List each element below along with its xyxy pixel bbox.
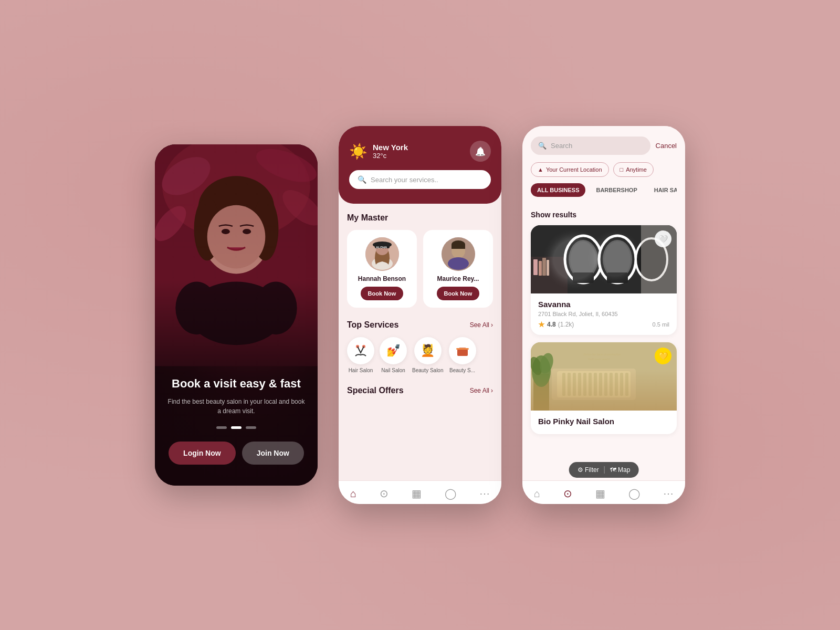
- svg-rect-49: [552, 369, 636, 400]
- search-input-text: Search: [551, 142, 572, 150]
- dot-1: [216, 426, 227, 429]
- phone-main: ☀️ New York 32°c 🔍 Search your services.…: [339, 126, 501, 504]
- star-icon: ★: [538, 320, 545, 329]
- book-now-maurice[interactable]: Book Now: [437, 287, 480, 300]
- result-card-savanna[interactable]: 🤍 Savanna 2701 Black Rd, Joliet, Il, 604…: [531, 225, 677, 335]
- filter-icon: ⚙: [578, 466, 583, 474]
- time-filter[interactable]: □ Anytime: [613, 162, 654, 177]
- avatar-hannah: ALOHA: [365, 237, 399, 271]
- nav-more[interactable]: ⋯: [479, 487, 490, 500]
- savanna-info: Savanna 2701 Black Rd, Joliet, Il, 60435…: [531, 293, 677, 335]
- savanna-name: Savanna: [538, 300, 669, 309]
- svg-rect-60: [610, 373, 613, 396]
- masters-row: ALOHA Hannah Benson Book Now: [347, 230, 493, 308]
- svg-rect-26: [452, 245, 465, 249]
- svg-rect-54: [578, 373, 581, 396]
- svg-rect-64: [533, 374, 549, 411]
- welcome-subtitle: Find the best beauty salon in your local…: [167, 397, 305, 416]
- svg-rect-62: [620, 373, 623, 396]
- search-nav-search[interactable]: ⊙: [563, 487, 572, 500]
- tab-all-business[interactable]: ALL BUSINESS: [531, 183, 585, 197]
- dot-3: [246, 426, 256, 429]
- nav-calendar[interactable]: ▦: [412, 487, 422, 500]
- svg-rect-35: [539, 261, 542, 276]
- svg-rect-34: [533, 259, 538, 275]
- pinky-info: Bio Pinky Nail Salon: [531, 411, 677, 434]
- svg-rect-46: [607, 272, 628, 283]
- services-see-all[interactable]: See All ›: [470, 321, 493, 329]
- city-name: New York: [373, 143, 408, 152]
- service-beauty-salon[interactable]: 💆 Beauty Salon: [412, 337, 444, 373]
- savanna-rating: ★ 4.8 (1.2k): [538, 320, 574, 329]
- join-button[interactable]: Join Now: [242, 442, 304, 465]
- filter-toggle[interactable]: ⚙ Filter: [578, 466, 599, 474]
- svg-rect-36: [542, 258, 546, 276]
- nav-chat[interactable]: ◯: [445, 487, 456, 500]
- welcome-content: Book a visit easy & fast Find the best b…: [155, 366, 318, 486]
- result-card-pinky[interactable]: Strive for face of perfection You'll nev…: [531, 342, 677, 434]
- service-nail-salon[interactable]: 💅 Nail Salon: [380, 337, 407, 373]
- sun-icon: ☀️: [349, 143, 368, 160]
- service-beauty-extra[interactable]: Beauty S...: [449, 337, 476, 373]
- tab-hair-salon[interactable]: HAIR SALON: [648, 183, 677, 197]
- pinky-name: Bio Pinky Nail Salon: [538, 417, 669, 426]
- svg-point-41: [599, 236, 636, 283]
- search-icon-small: 🔍: [538, 142, 547, 150]
- search-input-container[interactable]: 🔍 Search: [531, 136, 650, 155]
- master-card-maurice: Maurice Rey... Book Now: [423, 230, 493, 308]
- savanna-address: 2701 Black Rd, Joliet, Il, 60435: [538, 311, 669, 317]
- search-icon: 🔍: [358, 175, 366, 184]
- svg-rect-52: [568, 373, 571, 396]
- nav-home[interactable]: ⌂: [350, 488, 356, 500]
- svg-rect-51: [562, 373, 565, 396]
- master-card-hannah: ALOHA Hannah Benson Book Now: [347, 230, 417, 308]
- search-nav-more[interactable]: ⋯: [663, 487, 674, 500]
- search-nav-calendar[interactable]: ▦: [595, 487, 605, 500]
- book-now-hannah[interactable]: Book Now: [361, 287, 404, 300]
- master-name-hannah: Hannah Benson: [358, 275, 406, 282]
- action-buttons: Login Now Join Now: [167, 442, 305, 465]
- svg-text:ALOHA: ALOHA: [376, 246, 387, 249]
- savanna-image: 🤍: [531, 225, 677, 293]
- offers-see-all[interactable]: See All ›: [470, 387, 493, 394]
- weather-info: ☀️ New York 32°c: [349, 143, 408, 160]
- nav-search[interactable]: ⊙: [380, 487, 388, 500]
- cancel-button[interactable]: Cancel: [656, 142, 677, 150]
- notification-button[interactable]: [470, 141, 491, 162]
- filter-map-bar: ⚙ Filter 🗺 Map: [569, 462, 639, 478]
- svg-point-38: [565, 236, 602, 283]
- map-icon: 🗺: [610, 466, 616, 474]
- search-nav-chat[interactable]: ◯: [628, 487, 640, 500]
- service-hair-salon[interactable]: Hair Salon: [347, 337, 374, 373]
- svg-rect-53: [573, 373, 576, 396]
- search-nav-home[interactable]: ⌂: [534, 488, 540, 500]
- service-search-bar[interactable]: 🔍 Search your services..: [349, 170, 491, 189]
- beauty-salon-icon: 💆: [414, 337, 442, 364]
- savanna-distance: 0.5 mil: [653, 321, 669, 328]
- weather-row: ☀️ New York 32°c: [349, 141, 491, 162]
- svg-rect-63: [625, 373, 628, 396]
- tab-barbershop[interactable]: BARBERSHOP: [590, 183, 643, 197]
- svg-point-43: [604, 242, 631, 277]
- svg-rect-31: [456, 348, 469, 350]
- services-section-header: Top Services See All ›: [347, 320, 493, 330]
- location-icon: ▲: [538, 166, 543, 173]
- hair-salon-icon: [347, 337, 374, 364]
- svg-rect-45: [573, 272, 594, 283]
- location-filter[interactable]: ▲ Your Current Location: [531, 162, 609, 177]
- hair-salon-label: Hair Salon: [349, 368, 373, 373]
- savanna-favorite-button[interactable]: 🤍: [655, 230, 671, 247]
- filter-map-divider: [604, 466, 605, 474]
- beauty-salon-label: Beauty Salon: [412, 368, 444, 373]
- offers-section-header: Special Offers See All ›: [347, 386, 493, 395]
- login-button[interactable]: Login Now: [169, 442, 236, 465]
- svg-rect-59: [604, 373, 607, 396]
- masters-section-title: My Master: [347, 213, 493, 223]
- svg-text:Strive for face of perfection: Strive for face of perfection: [583, 353, 621, 356]
- map-toggle[interactable]: 🗺 Map: [610, 466, 631, 474]
- svg-rect-37: [547, 260, 549, 276]
- services-row: Hair Salon 💅 Nail Salon 💆 Beauty Salon: [347, 337, 493, 373]
- svg-rect-61: [615, 373, 618, 396]
- bottom-navigation: ⌂ ⊙ ▦ ◯ ⋯: [339, 480, 501, 504]
- pinky-favorite-button[interactable]: 💛: [655, 348, 671, 364]
